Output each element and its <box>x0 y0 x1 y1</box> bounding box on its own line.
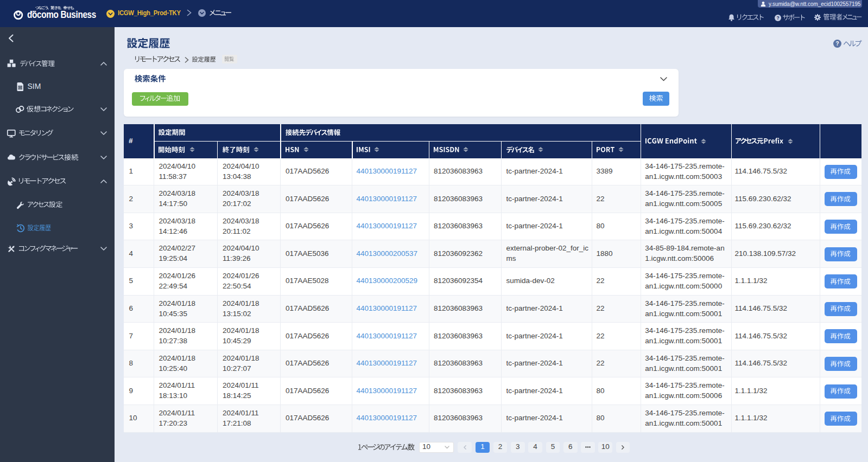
svg-text:?: ? <box>776 15 779 20</box>
svg-text:?: ? <box>835 41 839 47</box>
